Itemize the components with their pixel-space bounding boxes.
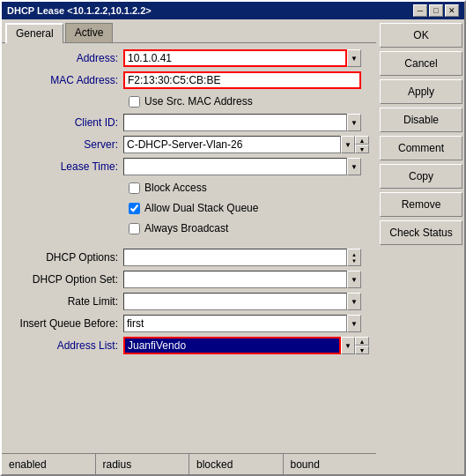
server-input[interactable] [123,136,341,153]
lease-time-row: Lease Time: ▼ [9,157,369,176]
status-radius: radius [96,454,190,474]
use-src-mac-checkbox[interactable] [129,96,140,108]
dhcp-options-row: DHCP Options: ▲ ▼ [9,248,369,267]
insert-queue-row: Insert Queue Before: ▼ [9,314,369,333]
tab-active[interactable]: Active [65,23,114,42]
status-enabled: enabled [2,454,96,474]
client-id-input-wrapper: ▼ [123,114,361,131]
lease-time-label: Lease Time: [9,160,123,173]
dhcp-option-set-input[interactable] [123,271,347,288]
client-id-dropdown-btn[interactable]: ▼ [347,114,361,131]
use-src-mac-label: Use Src. MAC Address [144,95,253,108]
address-list-dropdown-btn[interactable]: ▼ [341,337,355,354]
rate-limit-input[interactable] [123,293,347,310]
always-broadcast-checkbox[interactable] [129,223,140,234]
maximize-button[interactable]: □ [429,4,443,17]
main-area: General Active Address: ▼ M [2,19,376,474]
status-bar: enabled radius blocked bound [2,453,376,474]
dhcp-options-input[interactable] [123,249,347,266]
status-bound: bound [284,454,377,474]
insert-queue-dropdown-btn[interactable]: ▼ [347,315,361,332]
insert-queue-input-wrapper: ▼ [123,315,361,332]
dhcp-option-set-row: DHCP Option Set: ▼ [9,270,369,289]
remove-button[interactable]: Remove [380,192,462,217]
insert-queue-input[interactable] [123,315,347,332]
apply-button[interactable]: Apply [380,79,462,104]
form-area: Address: ▼ MAC Address: Use Src [2,43,376,453]
dhcp-option-set-dropdown-btn[interactable]: ▼ [347,271,361,288]
server-label: Server: [9,138,123,151]
dhcp-option-set-input-wrapper: ▼ [123,271,361,288]
close-button[interactable]: ✕ [445,4,459,17]
tab-general[interactable]: General [5,23,63,43]
insert-queue-label: Insert Queue Before: [9,317,123,330]
server-row: Server: ▼ ▲ ▼ [9,135,369,154]
address-list-scroll-down[interactable]: ▼ [355,346,369,354]
client-id-row: Client ID: ▼ [9,113,369,132]
address-list-scroll-up[interactable]: ▲ [355,337,369,346]
allow-dual-stack-checkbox[interactable] [129,203,140,214]
rate-limit-input-wrapper: ▼ [123,293,361,310]
mac-label: MAC Address: [9,74,123,86]
window-title: DHCP Lease <10.1.2.2,10.1.2.2> [7,5,152,16]
main-window: DHCP Lease <10.1.2.2,10.1.2.2> ─ □ ✕ Gen… [0,0,466,476]
always-broadcast-row: Always Broadcast [9,219,369,237]
lease-time-dropdown-btn[interactable]: ▼ [347,158,361,175]
allow-dual-stack-row: Allow Dual Stack Queue [9,199,369,217]
title-bar: DHCP Lease <10.1.2.2,10.1.2.2> ─ □ ✕ [2,2,464,19]
use-src-mac-row: Use Src. MAC Address [9,93,369,110]
mac-input-wrapper [123,71,361,89]
tab-bar: General Active [2,19,376,43]
server-scroll-down[interactable]: ▼ [355,145,369,153]
address-list-label: Address List: [9,339,123,352]
address-label: Address: [9,52,123,64]
lease-time-input[interactable] [123,158,347,175]
ok-button[interactable]: OK [380,23,462,48]
address-dropdown-btn[interactable]: ▼ [347,49,361,67]
comment-button[interactable]: Comment [380,136,462,160]
dhcp-options-label: DHCP Options: [9,251,123,264]
block-access-row: Block Access [9,179,369,197]
client-id-label: Client ID: [9,116,123,129]
dhcp-options-input-wrapper: ▲ ▼ [123,249,361,266]
rate-limit-label: Rate Limit: [9,295,123,308]
minimize-button[interactable]: ─ [413,4,427,17]
separator-1 [9,240,369,245]
server-scroll: ▲ ▼ [355,136,369,153]
check-status-button[interactable]: Check Status [380,220,462,245]
address-row: Address: ▼ [9,48,369,68]
address-list-row: Address List: ▼ ▲ ▼ [9,336,369,355]
dhcp-option-set-label: DHCP Option Set: [9,273,123,286]
server-input-wrapper: ▼ [123,136,355,153]
lease-time-input-wrapper: ▼ [123,158,361,175]
disable-button[interactable]: Disable [380,108,462,132]
allow-dual-stack-label: Allow Dual Stack Queue [144,202,258,214]
status-blocked: blocked [189,454,284,474]
window-controls: ─ □ ✕ [413,4,459,17]
client-id-input[interactable] [123,114,347,131]
rate-limit-dropdown-btn[interactable]: ▼ [347,293,361,310]
block-access-label: Block Access [144,182,207,194]
always-broadcast-label: Always Broadcast [144,222,228,234]
server-dropdown-btn[interactable]: ▼ [341,136,355,153]
mac-row: MAC Address: [9,71,369,90]
mac-input[interactable] [123,71,361,89]
address-input-wrapper: ▼ [123,49,361,67]
cancel-button[interactable]: Cancel [380,51,462,76]
copy-button[interactable]: Copy [380,164,462,189]
window-body: General Active Address: ▼ M [2,19,464,474]
block-access-checkbox[interactable] [129,182,140,194]
server-scroll-up[interactable]: ▲ [355,136,369,145]
rate-limit-row: Rate Limit: ▼ [9,292,369,311]
side-buttons: OK Cancel Apply Disable Comment Copy Rem… [376,19,464,474]
address-input[interactable] [123,49,347,67]
dhcp-options-dropdown-btn[interactable]: ▲ ▼ [347,249,361,266]
address-list-input[interactable] [123,337,341,354]
address-list-scroll: ▲ ▼ [355,337,369,354]
address-list-input-wrapper: ▼ [123,337,355,354]
